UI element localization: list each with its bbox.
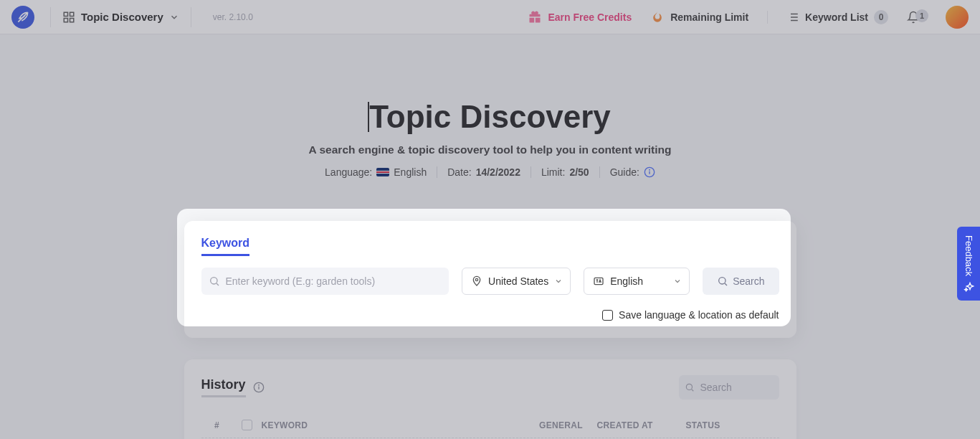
app-logo[interactable]	[11, 6, 34, 29]
avatar[interactable]	[946, 6, 969, 29]
history-header: History	[201, 375, 779, 400]
location-value: United States	[488, 275, 548, 287]
divider	[50, 7, 51, 27]
table-header: # KEYWORD GENERAL CREATED AT STATUS	[201, 412, 779, 438]
divider	[191, 7, 191, 27]
date-label: Date:	[447, 166, 471, 178]
feedback-label: Feedback	[964, 235, 974, 276]
feather-icon	[16, 10, 30, 24]
chevron-down-icon	[554, 277, 563, 285]
limit-value: 2/50	[569, 166, 589, 178]
history-card: History # KEYWORD GENERAL CREATED AT STA…	[184, 359, 796, 439]
select-all-checkbox[interactable]	[242, 420, 252, 430]
chevron-down-icon	[169, 12, 179, 22]
earn-credits-link[interactable]: Earn Free Credits	[528, 10, 632, 24]
divider	[599, 166, 600, 178]
history-title: History	[201, 377, 246, 397]
version-text: ver. 2.10.0	[213, 12, 253, 22]
remaining-limit-link[interactable]: Remaining Limit	[650, 10, 748, 24]
search-icon	[685, 382, 695, 392]
svg-rect-0	[64, 12, 67, 16]
svg-point-13	[210, 278, 217, 284]
notifications-button[interactable]: 1	[907, 11, 920, 24]
header: Topic Discovery ver. 2.10.0 Earn Free Cr…	[0, 0, 980, 34]
svg-point-12	[650, 169, 650, 170]
svg-line-18	[725, 283, 727, 285]
keyword-list-label: Keyword List	[805, 11, 868, 23]
keyword-list-count: 0	[874, 10, 888, 24]
meta-limit: Limit: 2/50	[541, 166, 589, 178]
col-num: #	[201, 420, 233, 430]
language-select-value: English	[610, 275, 643, 287]
search-button[interactable]: Search	[703, 268, 779, 295]
flag-uk-icon	[376, 168, 389, 176]
col-created: CREATED AT	[597, 420, 686, 430]
section-selector[interactable]: Topic Discovery	[57, 8, 185, 27]
col-checkbox	[233, 420, 262, 430]
guide-label: Guide:	[610, 166, 639, 178]
svg-rect-16	[594, 278, 603, 284]
divider	[531, 166, 531, 178]
keyword-input[interactable]	[201, 268, 449, 295]
search-row: United States English Search	[201, 268, 779, 295]
header-right: Earn Free Credits Remaining Limit Keywor…	[528, 6, 969, 29]
svg-point-22	[686, 384, 692, 390]
svg-rect-2	[64, 18, 67, 22]
divider	[767, 11, 768, 24]
feedback-tab[interactable]: Feedback	[957, 227, 980, 301]
language-value: English	[394, 166, 427, 178]
grid-icon	[62, 11, 75, 24]
search-button-label: Search	[733, 275, 764, 287]
page-subtitle: A search engine & topic discovery tool t…	[0, 143, 980, 156]
location-select[interactable]: United States	[462, 268, 571, 295]
location-icon	[471, 275, 482, 287]
svg-rect-3	[70, 18, 74, 22]
svg-point-21	[258, 384, 259, 385]
save-default-row: Save language & location as default	[201, 309, 779, 321]
col-status: STATUS	[686, 420, 751, 430]
notification-count: 1	[915, 9, 928, 22]
sparkle-icon	[963, 280, 974, 292]
search-card: Keyword United States English Search	[184, 221, 796, 338]
col-keyword: KEYWORD	[262, 420, 525, 430]
col-general: GENERAL	[525, 420, 597, 430]
fire-icon	[650, 10, 665, 24]
meta-row: Language: English Date: 14/2/2022 Limit:…	[0, 166, 980, 178]
svg-point-15	[475, 278, 477, 280]
language-icon	[593, 275, 604, 287]
gift-icon	[528, 10, 542, 24]
earn-credits-label: Earn Free Credits	[548, 11, 632, 23]
chevron-down-icon	[673, 277, 682, 285]
info-icon[interactable]	[253, 382, 265, 393]
svg-line-14	[217, 283, 219, 285]
section-label: Topic Discovery	[81, 11, 163, 23]
list-icon	[786, 11, 799, 24]
svg-rect-1	[70, 12, 74, 16]
keyword-list-link[interactable]: Keyword List 0	[786, 10, 888, 24]
meta-guide[interactable]: Guide:	[610, 166, 655, 178]
save-default-checkbox[interactable]	[602, 310, 613, 321]
save-default-label: Save language & location as default	[619, 309, 779, 321]
language-select[interactable]: English	[584, 268, 690, 295]
remaining-limit-label: Remaining Limit	[670, 11, 748, 23]
svg-line-23	[691, 390, 693, 392]
main: Topic Discovery A search engine & topic …	[0, 34, 980, 439]
page-title: Topic Discovery	[369, 99, 611, 135]
search-icon	[717, 275, 728, 287]
divider	[437, 166, 437, 178]
meta-date: Date: 14/2/2022	[447, 166, 520, 178]
svg-point-17	[719, 278, 726, 284]
search-icon	[209, 275, 220, 287]
date-value: 14/2/2022	[476, 166, 520, 178]
language-label: Language:	[325, 166, 372, 178]
limit-label: Limit:	[541, 166, 565, 178]
meta-language: Language: English	[325, 166, 427, 178]
info-icon	[644, 166, 655, 178]
keyword-input-wrap	[201, 268, 449, 295]
history-search	[679, 375, 779, 400]
tab-keyword[interactable]: Keyword	[201, 237, 250, 256]
history-table: # KEYWORD GENERAL CREATED AT STATUS 1 co…	[201, 412, 779, 439]
